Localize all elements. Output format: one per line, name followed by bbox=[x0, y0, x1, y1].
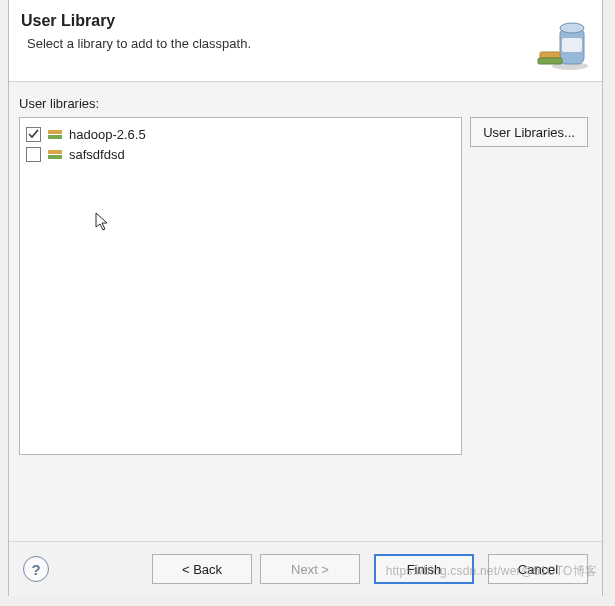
dialog-content: User libraries: hadoop-2.6.5 bbox=[9, 82, 602, 541]
help-icon[interactable]: ? bbox=[23, 556, 49, 582]
svg-point-2 bbox=[560, 23, 584, 33]
svg-rect-6 bbox=[48, 130, 62, 134]
finish-button[interactable]: Finish bbox=[374, 554, 474, 584]
library-jar-icon bbox=[532, 12, 592, 72]
checkbox-checked[interactable] bbox=[26, 127, 41, 142]
svg-rect-8 bbox=[48, 150, 62, 154]
svg-rect-7 bbox=[48, 135, 62, 139]
library-item[interactable]: safsdfdsd bbox=[26, 144, 455, 164]
checkbox-unchecked[interactable] bbox=[26, 147, 41, 162]
svg-rect-9 bbox=[48, 155, 62, 159]
library-icon bbox=[47, 146, 63, 162]
library-name: safsdfdsd bbox=[69, 147, 125, 162]
dialog-header: User Library Select a library to add to … bbox=[9, 0, 602, 82]
user-libraries-button[interactable]: User Libraries... bbox=[470, 117, 588, 147]
user-libraries-listbox[interactable]: hadoop-2.6.5 safsdfdsd bbox=[19, 117, 462, 455]
dialog-footer: ? < Back Next > Finish Cancel bbox=[9, 541, 602, 596]
back-button[interactable]: < Back bbox=[152, 554, 252, 584]
next-button: Next > bbox=[260, 554, 360, 584]
cancel-button[interactable]: Cancel bbox=[488, 554, 588, 584]
page-title: User Library bbox=[21, 12, 586, 30]
svg-rect-5 bbox=[538, 58, 562, 64]
svg-rect-3 bbox=[562, 38, 582, 52]
svg-rect-4 bbox=[540, 52, 560, 58]
dialog: User Library Select a library to add to … bbox=[8, 0, 603, 596]
list-label: User libraries: bbox=[19, 96, 588, 111]
library-item[interactable]: hadoop-2.6.5 bbox=[26, 124, 455, 144]
library-icon bbox=[47, 126, 63, 142]
page-subtitle: Select a library to add to the classpath… bbox=[27, 36, 586, 51]
library-name: hadoop-2.6.5 bbox=[69, 127, 146, 142]
